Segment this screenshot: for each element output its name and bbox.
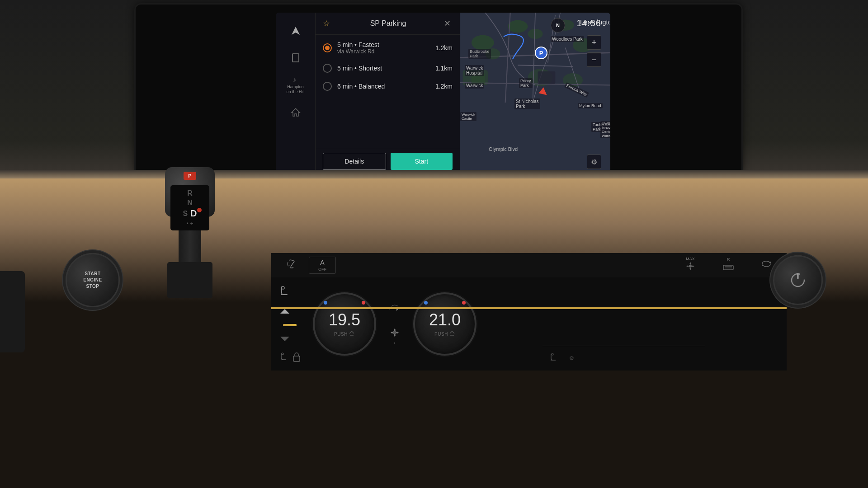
hvac-middle-buttons: › xyxy=(381,303,409,345)
route-option-fastest-info: 5 min • Fastest via Warwick Rd xyxy=(337,41,435,55)
route-fastest-label: 5 min • Fastest xyxy=(337,41,435,48)
label-woodloes-park: Woodloes Park xyxy=(551,36,584,42)
temp-left-value: 19.5 xyxy=(329,312,360,328)
sidebar: ♪ Hampton on the Hill xyxy=(276,13,316,174)
bottom-control-2[interactable]: ⚙ xyxy=(569,355,574,361)
label-warwick-castle: WarwickCastle xyxy=(460,112,476,121)
label-budbrooke: BudbrookePark xyxy=(468,49,491,59)
gear-base xyxy=(167,262,212,298)
route-options-list: 5 min • Fastest via Warwick Rd 1.2km 5 m… xyxy=(316,35,460,148)
hvac-fan-up-button[interactable] xyxy=(277,303,293,319)
svg-marker-3 xyxy=(292,108,300,116)
gear-pos-s: S xyxy=(183,209,188,218)
svg-marker-30 xyxy=(280,309,289,314)
sidebar-item-navigation[interactable] xyxy=(285,20,307,42)
engine-start-stop-button[interactable]: START ENGINE STOP xyxy=(66,253,120,307)
sync-icon xyxy=(760,259,772,271)
temp-dial-right[interactable]: 21.0 PUSH xyxy=(413,292,476,356)
label-priory-park: PrioryPark xyxy=(519,78,533,88)
sidebar-item-bookmark[interactable] xyxy=(285,47,307,69)
route-option-balanced[interactable]: 6 min • Balanced 1.2km xyxy=(316,77,460,95)
route-shortest-label: 5 min • Shortest xyxy=(337,65,435,72)
hvac-rear-defrost-button[interactable]: R xyxy=(715,257,742,274)
route-fastest-via: via Warwick Rd xyxy=(337,48,435,55)
close-button[interactable]: ✕ xyxy=(442,18,453,29)
gear-knob[interactable]: P R N S D • xyxy=(165,167,215,217)
route-radio-balanced xyxy=(323,82,332,91)
route-radio-fastest xyxy=(323,43,332,52)
gear-positions: R N S D • + xyxy=(183,189,197,227)
route-balanced-distance: 1.2km xyxy=(435,83,453,90)
auto-icon: A xyxy=(320,259,324,266)
svg-point-32 xyxy=(282,353,283,355)
route-fastest-distance: 1.2km xyxy=(435,44,453,52)
sidebar-item-home[interactable] xyxy=(285,101,307,123)
svg-marker-31 xyxy=(280,337,289,341)
accent-stripe xyxy=(271,307,787,309)
route-title: SP Parking xyxy=(335,19,442,28)
temp-left-push-label: PUSH xyxy=(334,332,348,337)
map-settings-button[interactable]: ⚙ xyxy=(587,155,601,169)
gear-pos-r: R xyxy=(187,189,193,197)
temp-hot-indicator-left xyxy=(362,301,365,305)
max-label: MAX xyxy=(686,257,695,261)
temp-right-push-label: PUSH xyxy=(434,332,448,337)
start-button[interactable]: Start xyxy=(391,153,453,170)
hvac-max-fan-button[interactable]: MAX xyxy=(677,257,704,274)
svg-rect-22 xyxy=(538,71,556,84)
hvac-seat-icon[interactable] xyxy=(277,283,293,300)
screen-bezel: ♪ Hampton on the Hill ☆ SP Parking xyxy=(136,5,741,174)
route-option-shortest[interactable]: 5 min • Shortest 1.1km xyxy=(316,59,460,77)
gear-pos-n: N xyxy=(187,198,193,207)
svg-point-6 xyxy=(508,20,528,33)
gear-sub-options: • + xyxy=(186,221,193,227)
lock-icon[interactable] xyxy=(292,352,301,364)
bottom-seat-icon[interactable] xyxy=(549,352,560,365)
seat-position-icon[interactable] xyxy=(278,352,289,364)
hvac-airflow-icon[interactable]: › xyxy=(387,326,402,345)
temp-hot-indicator-right xyxy=(462,301,466,305)
seat-ventilation-icon xyxy=(285,258,298,272)
route-radio-shortest xyxy=(323,64,332,73)
zoom-in-button[interactable]: + xyxy=(587,35,601,50)
hvac-lock-seat-row xyxy=(277,351,303,365)
svg-marker-0 xyxy=(292,27,300,35)
route-header: ☆ SP Parking ✕ xyxy=(316,13,460,35)
car-interior: ♪ Hampton on the Hill ☆ SP Parking xyxy=(0,0,868,488)
svg-rect-1 xyxy=(292,54,299,62)
favorite-icon[interactable]: ☆ xyxy=(323,19,330,28)
label-warwick: Warwick xyxy=(465,83,484,89)
zoom-out-button[interactable]: − xyxy=(587,52,601,67)
hvac-top-buttons: A OFF MAX R xyxy=(271,253,787,277)
temp-dial-left[interactable]: 19.5 PUSH xyxy=(313,292,376,356)
auto-label: OFF xyxy=(318,267,326,272)
label-uwsp: UWSPInnovationCentreWarwick xyxy=(600,121,610,138)
clock-display: 14:56 xyxy=(576,18,601,28)
route-option-balanced-info: 6 min • Balanced xyxy=(337,83,435,90)
compass: N xyxy=(551,18,565,33)
svg-rect-33 xyxy=(293,356,300,361)
label-warwick-hospital: WarwickHospital xyxy=(465,65,484,76)
hvac-panel: A OFF MAX R xyxy=(271,253,787,371)
svg-point-7 xyxy=(528,29,542,39)
map-area[interactable]: Leamington Spa Woodloes Park BudbrookePa… xyxy=(460,13,610,174)
hvac-air-direction-button[interactable] xyxy=(387,303,402,317)
label-myton-road: Myton Road xyxy=(578,103,603,108)
route-panel: ☆ SP Parking ✕ 5 min • Fastest xyxy=(316,13,460,174)
hvac-fan-down-button[interactable] xyxy=(277,331,293,347)
rear-defrost-label: R xyxy=(727,257,730,262)
fan-icon xyxy=(685,261,695,273)
hvac-auto-button[interactable]: A OFF xyxy=(309,257,336,274)
route-option-fastest[interactable]: 5 min • Fastest via Warwick Rd 1.2km xyxy=(316,37,460,59)
route-shortest-distance: 1.1km xyxy=(435,65,453,72)
hvac-seat-ventilation-left[interactable] xyxy=(278,258,305,273)
details-button[interactable]: Details xyxy=(323,153,386,170)
sidebar-item-music[interactable]: ♪ Hampton on the Hill xyxy=(285,74,307,96)
seat-control-left-panel xyxy=(0,271,25,352)
rear-defrost-icon xyxy=(722,262,734,273)
gear-display: R N S D • + xyxy=(170,185,209,230)
fan-speed-indicator xyxy=(283,324,297,326)
power-button-right[interactable] xyxy=(773,255,823,305)
svg-point-5 xyxy=(472,35,494,50)
sidebar-music-label: Hampton on the Hill xyxy=(285,84,307,94)
